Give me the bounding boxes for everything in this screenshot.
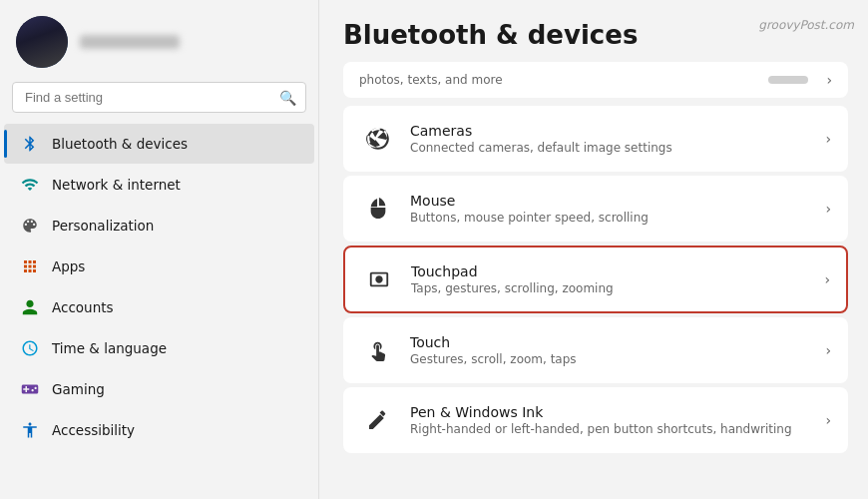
- touch-chevron: ›: [825, 342, 831, 358]
- setting-touchpad-title: Touchpad: [411, 263, 810, 279]
- sidebar-nav: Bluetooth & devices ◀ Network & internet: [0, 121, 318, 499]
- search-icon: 🔍: [279, 90, 296, 106]
- sidebar: 🔍 Bluetooth & devices ◀: [0, 0, 319, 499]
- sidebar-item-personalization[interactable]: Personalization: [4, 206, 314, 246]
- setting-mouse-text: Mouse Buttons, mouse pointer speed, scro…: [410, 193, 811, 225]
- setting-touch-title: Touch: [410, 334, 811, 350]
- setting-item-touch[interactable]: Touch Gestures, scroll, zoom, taps ›: [343, 317, 848, 383]
- setting-touchpad-desc: Taps, gestures, scrolling, zooming: [411, 281, 810, 295]
- sidebar-item-apps[interactable]: Apps: [4, 247, 314, 286]
- sidebar-item-network[interactable]: Network & internet: [4, 165, 314, 205]
- settings-list: photos, texts, and more › Cameras Connec…: [343, 62, 848, 453]
- setting-item-mouse[interactable]: Mouse Buttons, mouse pointer speed, scro…: [343, 176, 848, 242]
- mouse-icon: [360, 191, 396, 227]
- sidebar-item-time-label: Time & language: [52, 340, 167, 356]
- user-name-blurred: [80, 35, 180, 49]
- personalization-icon: [20, 216, 40, 236]
- sidebar-item-accessibility[interactable]: Accessibility: [4, 410, 314, 450]
- sidebar-item-apps-label: Apps: [52, 258, 85, 274]
- network-icon: [20, 175, 40, 195]
- apps-icon: [20, 256, 40, 276]
- sidebar-item-network-label: Network & internet: [52, 177, 181, 193]
- setting-cameras-text: Cameras Connected cameras, default image…: [410, 123, 811, 155]
- main-content: groovyPost.com Bluetooth & devices photo…: [319, 0, 868, 499]
- touchpad-icon: [361, 261, 397, 297]
- pen-chevron: ›: [825, 412, 831, 428]
- gaming-icon: [20, 379, 40, 399]
- partial-top-item[interactable]: photos, texts, and more ›: [343, 62, 848, 98]
- setting-item-pen[interactable]: Pen & Windows Ink Right-handed or left-h…: [343, 387, 848, 453]
- setting-item-cameras[interactable]: Cameras Connected cameras, default image…: [343, 106, 848, 172]
- search-bar: 🔍: [12, 82, 306, 113]
- cameras-chevron: ›: [825, 131, 831, 147]
- accounts-icon: [20, 297, 40, 317]
- accessibility-icon: [20, 420, 40, 440]
- mouse-chevron: ›: [825, 201, 831, 217]
- sidebar-item-time[interactable]: Time & language: [4, 328, 314, 368]
- sidebar-item-gaming[interactable]: Gaming: [4, 369, 314, 409]
- setting-pen-title: Pen & Windows Ink: [410, 404, 811, 420]
- partial-top-text: photos, texts, and more: [359, 73, 754, 87]
- setting-cameras-desc: Connected cameras, default image setting…: [410, 141, 811, 155]
- sidebar-item-bluetooth[interactable]: Bluetooth & devices ◀: [4, 124, 314, 164]
- avatar: [16, 16, 68, 68]
- sidebar-item-accounts[interactable]: Accounts: [4, 287, 314, 327]
- watermark: groovyPost.com: [758, 18, 854, 32]
- touch-icon: [360, 332, 396, 368]
- time-icon: [20, 338, 40, 358]
- sidebar-item-bluetooth-label: Bluetooth & devices: [52, 136, 188, 152]
- touchpad-chevron: ›: [824, 271, 830, 287]
- pen-icon: [360, 402, 396, 438]
- sidebar-item-personalization-label: Personalization: [52, 218, 154, 234]
- setting-item-touchpad[interactable]: Touchpad Taps, gestures, scrolling, zoom…: [343, 246, 848, 313]
- sidebar-top: [0, 0, 318, 76]
- setting-pen-text: Pen & Windows Ink Right-handed or left-h…: [410, 404, 811, 436]
- setting-touch-text: Touch Gestures, scroll, zoom, taps: [410, 334, 811, 366]
- setting-mouse-title: Mouse: [410, 193, 811, 209]
- sidebar-item-accounts-label: Accounts: [52, 299, 114, 315]
- partial-chevron: ›: [826, 72, 832, 88]
- search-input[interactable]: [12, 82, 306, 113]
- scrollbar-partial: [768, 76, 808, 84]
- setting-pen-desc: Right-handed or left-handed, pen button …: [410, 422, 811, 436]
- camera-icon: [360, 121, 396, 157]
- setting-mouse-desc: Buttons, mouse pointer speed, scrolling: [410, 211, 811, 225]
- bluetooth-icon: [20, 134, 40, 154]
- setting-touchpad-text: Touchpad Taps, gestures, scrolling, zoom…: [411, 263, 810, 295]
- setting-touch-desc: Gestures, scroll, zoom, taps: [410, 352, 811, 366]
- sidebar-item-gaming-label: Gaming: [52, 381, 105, 397]
- sidebar-item-accessibility-label: Accessibility: [52, 422, 135, 438]
- setting-cameras-title: Cameras: [410, 123, 811, 139]
